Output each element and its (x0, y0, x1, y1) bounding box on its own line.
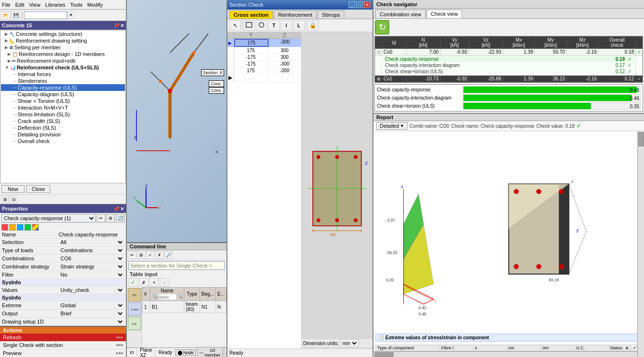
check-row-capacity[interactable]: Check capacity-response 0.18 ✓ Check cap… (375, 56, 643, 76)
dropdown-btn[interactable]: ▼ (68, 11, 74, 19)
tab-stirrups[interactable]: Stirrups (317, 11, 344, 19)
tree-item-interaction[interactable]: — Interaction N+M+V+T (1, 104, 125, 111)
save-btn[interactable]: 💾 (11, 11, 21, 20)
cn-expand-co0[interactable]: ⊟ (375, 49, 382, 56)
props-btn2[interactable]: ⊟ (10, 196, 18, 203)
sc-maximize-btn[interactable]: □ (356, 1, 363, 8)
tree-item-capacity-response[interactable]: — Capacity-response (ULS) (1, 84, 125, 91)
tree-item-overall-check[interactable]: — Overall check (1, 138, 125, 145)
color-swatch-4[interactable] (24, 224, 31, 231)
export-btn[interactable]: ↗ (631, 345, 637, 351)
tree-item-setting-per-member[interactable]: ▶⚙ Setting per member (1, 44, 125, 51)
tree-item-crack-width[interactable]: — Crack width (SLS) (1, 118, 125, 124)
cmd-btn4[interactable]: ✗ (155, 251, 164, 259)
tree-item-slenderness[interactable]: — Slenderness (1, 78, 125, 84)
node-tab[interactable]: ⬤ Node (175, 349, 196, 356)
tree-item-reinforcement-drawing[interactable]: ▶📐 Reinforcement drawing setting (1, 37, 125, 44)
horiz-scrollbar[interactable] (373, 351, 637, 357)
project-input[interactable]: Overall_ram (24, 11, 67, 19)
combo-row-co0[interactable]: ⊟ Co0 7.00 -0.92 -22.93 1.39 50.70 -2.16… (375, 49, 643, 56)
cn-tab-combination[interactable]: Combination view (375, 10, 426, 18)
coord-row-3[interactable]: -175 300 (227, 54, 301, 61)
cmd-btn2[interactable]: ⊞ (137, 251, 146, 259)
prop-type-loads-value[interactable]: Combinations (56, 246, 126, 255)
color-swatch-1[interactable] (1, 224, 8, 231)
dimension-unit-select[interactable]: mm (340, 339, 359, 347)
coord-row-5[interactable]: 175 -300 (227, 67, 301, 74)
refresh-btn[interactable]: ↻ (375, 20, 389, 34)
prop-extreme-value[interactable]: Global (56, 301, 126, 310)
cmd-btn3[interactable]: ✓ (146, 251, 155, 259)
tree-item-internal-forces[interactable]: — Internal forces (1, 71, 125, 78)
tree-close-icon[interactable]: ✕ (120, 23, 124, 28)
table-row[interactable]: 1 B1 beam (80) N1 N (143, 301, 226, 313)
sc-lshape-btn[interactable]: L (293, 20, 305, 31)
tree-item-deflection[interactable]: — Deflection (SLS) (1, 124, 125, 131)
coord-row-2[interactable]: 175 300 (227, 47, 301, 54)
sc-tshape-btn[interactable]: T (268, 20, 280, 31)
libraries-btn[interactable]: Lib. (128, 317, 141, 330)
tree-item-reinforcement-input[interactable]: ▶✏ Reinforcement input+edit (1, 57, 125, 64)
ti-remove[interactable]: - (160, 278, 169, 287)
props-pin-icon[interactable]: 📌 (113, 206, 119, 212)
prop-selection-value[interactable]: All (56, 238, 126, 246)
menu-modify[interactable]: Modify (87, 2, 102, 8)
props-close-icon[interactable]: ✕ (120, 206, 124, 212)
menu-view[interactable]: View (29, 2, 41, 8)
sc-ishape-btn[interactable]: I (281, 20, 292, 31)
tree-item-detailing[interactable]: — Detailing provision (1, 131, 125, 138)
menu-edit[interactable]: Edit (15, 2, 24, 8)
sc-circle-btn[interactable] (256, 20, 267, 31)
prop-values-value[interactable]: Unity_check (56, 286, 126, 294)
close-button[interactable]: Close (26, 185, 50, 193)
tree-item-concrete-settings[interactable]: ▶🔧 Concrete settings (structure) (1, 31, 125, 37)
sc-rect-btn[interactable] (243, 20, 255, 31)
sc-cursor-btn[interactable]: ↖ (229, 20, 241, 31)
props-edit-btn[interactable]: ✏ (97, 214, 105, 223)
cn-expand-co1[interactable]: ⊞ (375, 76, 382, 82)
sc-close-btn[interactable]: ✕ (364, 1, 371, 8)
color-swatch-3[interactable] (17, 224, 23, 231)
cn-tab-check[interactable]: Check view (427, 10, 462, 18)
props-refresh-btn[interactable]: 🔄 (116, 214, 124, 223)
sc-lock-btn[interactable]: 🔒 (307, 20, 318, 31)
refresh-action[interactable]: Refresh»»» (0, 334, 126, 341)
member-tab[interactable]: — 1D member (197, 347, 223, 357)
vert-scrollbar[interactable] (637, 131, 644, 357)
prop-combinations-value[interactable]: CO6 (56, 255, 126, 263)
preview-action[interactable]: Preview»»» (0, 349, 126, 357)
sc-minimize-btn[interactable]: _ (349, 1, 355, 8)
props-btn1[interactable]: ⊞ (1, 196, 9, 203)
coord-row-1[interactable]: ▶ 175 -300 (227, 39, 301, 47)
coord-row-empty[interactable]: ▶ (227, 74, 301, 82)
cmd-input[interactable] (128, 261, 225, 270)
structure-btn[interactable]: Str. (128, 288, 141, 301)
detailed-btn[interactable]: Detailed▼ (376, 122, 407, 130)
tree-pin-icon[interactable]: 📌 (113, 23, 119, 28)
menu-libraries[interactable]: Libraries (45, 2, 65, 8)
new-button[interactable]: New (1, 185, 24, 193)
tree-item-capacity-diagram[interactable]: — Capacity-diagram (ULS) (1, 91, 125, 98)
prop-filter-value[interactable]: No (56, 271, 126, 279)
cmd-btn1[interactable]: ✏ (128, 251, 136, 259)
mode-tab[interactable]: ▦ 2D me... (224, 347, 227, 357)
tab-reinforcement[interactable]: Reinforcement (274, 11, 317, 19)
tab-cross-section[interactable]: Cross section (229, 11, 273, 19)
color-swatch-2[interactable] (9, 224, 16, 231)
cmd-btn5[interactable]: 🔎 (164, 251, 173, 259)
menu-tools[interactable]: Tools (70, 2, 83, 8)
ti-add[interactable]: + (149, 278, 159, 287)
ti-delete[interactable]: ✗ (139, 278, 148, 287)
tree-item-reinforcement-design[interactable]: ▶📋 Reinforcement design - 1D members (1, 51, 125, 57)
ti-checkmark[interactable]: ✓ (128, 278, 138, 287)
grid-btn[interactable]: ⊞ (623, 345, 630, 351)
prop-output-value[interactable]: Brief (56, 310, 126, 318)
prop-drawing-setup-value[interactable] (56, 318, 126, 326)
tree-item-stress-limitation[interactable]: — Stress limitation (SLS) (1, 111, 125, 118)
menu-file[interactable]: File (2, 2, 11, 8)
coord-row-4[interactable]: -175 -300 (227, 61, 301, 67)
tree-item-reinforcement-check[interactable]: ▼📊 Reinforcement check (ULS+SLS) (1, 64, 125, 71)
tree-item-shear-torsion[interactable]: — Shear + Torsion (ULS) (1, 98, 125, 104)
name-search[interactable] (158, 294, 177, 300)
props-filter-btn[interactable]: ⊞ (106, 214, 115, 223)
